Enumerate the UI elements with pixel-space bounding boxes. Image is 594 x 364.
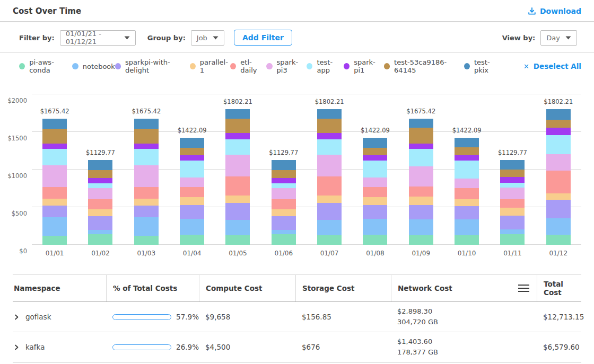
col-header-namespace[interactable]: Namespace [13,275,106,301]
legend-item-parallel-1[interactable]: parallel-1 [190,58,230,74]
bar-segment-spark-pi3[interactable] [455,179,479,188]
bar-segment-test-app[interactable] [455,161,479,179]
bar-segment-spark-pi3[interactable] [225,155,250,176]
bar-segment-test-pkix[interactable] [500,160,525,170]
bar-segment-notebook[interactable] [546,218,571,235]
bar-group-01/03[interactable]: $1675.42 [124,94,169,245]
bar-segment-pi-aws-conda[interactable] [546,235,571,245]
bar-segment-test-app[interactable] [546,135,571,154]
bar-group-01/04[interactable]: $1422.09 [169,94,215,245]
stacked-bar[interactable] [272,94,296,245]
bar-segment-test-app[interactable] [88,183,112,188]
bar-segment-test-53ca9186-64145[interactable] [42,129,67,144]
bar-segment-test-pkix[interactable] [409,119,433,128]
bar-segment-notebook[interactable] [409,219,433,235]
column-settings-icon[interactable] [518,285,529,292]
bar-segment-pi-aws-conda[interactable] [409,235,433,245]
bar-segment-sparkpi-with-delight[interactable] [500,216,525,229]
bar-segment-test-53ca9186-64145[interactable] [500,170,525,177]
bar-segment-etl-daily[interactable] [500,199,525,208]
bar-segment-etl-daily[interactable] [272,199,296,209]
stacked-bar[interactable] [455,94,479,245]
deselect-all-button[interactable]: ✕ Deselect All [523,62,581,70]
bar-segment-spark-pi1[interactable] [272,178,296,184]
bar-segment-spark-pi3[interactable] [88,188,112,199]
legend-item-spark-pi3[interactable]: spark-pi3 [266,58,307,74]
table-row[interactable]: kafka 26.9% $4,500 $676 $1,403.60 178,37… [13,332,581,362]
bar-segment-spark-pi3[interactable] [42,165,67,187]
bar-segment-etl-daily[interactable] [225,176,250,196]
stacked-bar[interactable] [88,94,112,245]
expand-chevron-icon[interactable] [14,314,20,320]
stacked-bar[interactable] [500,94,525,245]
bar-segment-sparkpi-with-delight[interactable] [42,206,67,217]
bar-segment-test-app[interactable] [42,149,67,165]
bar-group-01/01[interactable]: $1675.42 [32,94,77,245]
bar-segment-etl-daily[interactable] [317,176,342,196]
group-by-select[interactable]: Job [191,30,224,46]
bar-segment-sparkpi-with-delight[interactable] [546,200,571,218]
bar-segment-spark-pi3[interactable] [180,177,204,187]
bar-segment-spark-pi3[interactable] [134,165,159,187]
col-header-storage[interactable]: Storage Cost [295,275,391,301]
legend-item-notebook[interactable]: notebook [72,63,115,70]
bar-segment-notebook[interactable] [455,219,479,235]
bar-segment-spark-pi1[interactable] [88,178,112,184]
col-header-percent[interactable]: % of Total Costs [106,275,199,301]
add-filter-button[interactable]: Add Filter [234,30,292,46]
bar-segment-pi-aws-conda[interactable] [363,235,387,245]
bar-segment-test-53ca9186-64145[interactable] [134,129,159,144]
bar-segment-test-pkix[interactable] [225,109,250,119]
stacked-bar[interactable] [317,94,342,245]
bar-segment-notebook[interactable] [317,220,342,235]
bar-segment-parallel-1[interactable] [180,197,204,205]
legend-item-test-pkix[interactable]: test-pkix [464,58,502,74]
bar-segment-pi-aws-conda[interactable] [42,236,67,245]
bar-segment-test-pkix[interactable] [134,119,159,129]
bar-segment-pi-aws-conda[interactable] [88,234,112,245]
bar-segment-spark-pi3[interactable] [409,166,433,187]
bar-segment-test-53ca9186-64145[interactable] [317,119,342,134]
bar-segment-spark-pi1[interactable] [180,155,204,161]
bar-segment-spark-pi1[interactable] [134,144,159,149]
bar-segment-parallel-1[interactable] [225,196,250,203]
bar-segment-notebook[interactable] [88,230,112,234]
bar-segment-test-app[interactable] [409,149,433,166]
bar-segment-sparkpi-with-delight[interactable] [180,205,204,219]
bar-segment-parallel-1[interactable] [272,209,296,217]
bar-segment-test-53ca9186-64145[interactable] [88,170,112,177]
bar-segment-sparkpi-with-delight[interactable] [88,216,112,230]
bar-segment-spark-pi3[interactable] [272,188,296,199]
bar-segment-notebook[interactable] [363,219,387,235]
bar-segment-etl-daily[interactable] [42,187,67,199]
bar-segment-test-pkix[interactable] [455,138,479,147]
stacked-bar[interactable] [134,94,159,245]
bar-segment-test-app[interactable] [317,139,342,155]
bar-segment-test-pkix[interactable] [88,160,112,171]
bar-segment-spark-pi3[interactable] [363,177,387,187]
bar-segment-spark-pi1[interactable] [225,133,250,139]
bar-segment-etl-daily[interactable] [134,187,159,199]
legend-item-sparkpi-with-delight[interactable]: sparkpi-with-delight [115,58,190,74]
bar-segment-parallel-1[interactable] [363,197,387,205]
bar-segment-parallel-1[interactable] [317,196,342,203]
bar-segment-pi-aws-conda[interactable] [134,236,159,245]
bar-segment-test-app[interactable] [272,183,296,188]
bar-segment-sparkpi-with-delight[interactable] [225,203,250,220]
date-range-select[interactable]: 01/01/21 - 01/12/21 [60,30,136,46]
bar-segment-test-53ca9186-64145[interactable] [225,119,250,134]
bar-segment-parallel-1[interactable] [88,209,112,217]
stacked-bar[interactable] [180,94,204,245]
bar-group-01/05[interactable]: $1802.21 [215,94,260,245]
bar-segment-spark-pi1[interactable] [546,128,571,135]
stacked-bar[interactable] [409,94,433,245]
bar-group-01/06[interactable]: $1129.77 [261,94,307,245]
bar-segment-test-pkix[interactable] [317,109,342,119]
bar-segment-etl-daily[interactable] [455,188,479,199]
view-by-select[interactable]: Day [540,30,577,46]
bar-segment-pi-aws-conda[interactable] [180,235,204,245]
bar-segment-etl-daily[interactable] [363,187,387,197]
bar-segment-parallel-1[interactable] [455,199,479,207]
bar-segment-notebook[interactable] [134,217,159,236]
col-header-total[interactable]: Total Cost [537,275,581,301]
